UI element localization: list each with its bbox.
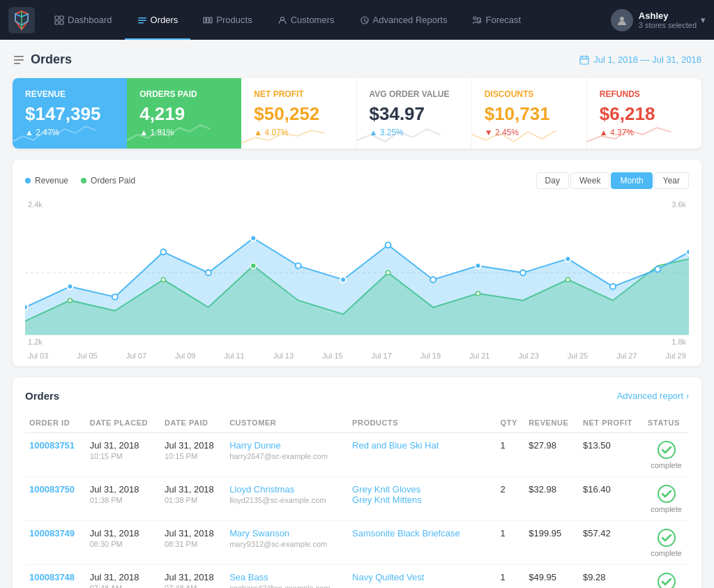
- customer-name-link[interactable]: Mary Swanson: [229, 528, 289, 538]
- svg-rect-8: [138, 17, 146, 19]
- cell-customer: Harry Dunneharry2647@sc-example.com: [225, 433, 348, 477]
- metric-avgorder-label: Avg Order Value: [370, 89, 459, 99]
- svg-point-15: [473, 17, 476, 20]
- status-badge: complete: [648, 484, 685, 513]
- chart-btn-week[interactable]: Week: [570, 172, 609, 189]
- order-id-link[interactable]: 100083751: [29, 440, 75, 451]
- chart-btn-month[interactable]: Month: [611, 172, 652, 189]
- svg-rect-19: [14, 59, 24, 61]
- table-row: 100083751 Jul 31, 201810:15 PM Jul 31, 2…: [25, 433, 689, 477]
- col-products: PRODUCTS: [348, 413, 496, 433]
- legend-orders-dot: [81, 178, 86, 183]
- chart-area: 2.4k 3.6k: [25, 200, 689, 354]
- legend-revenue-label: Revenue: [35, 176, 68, 186]
- discounts-sparkline: [472, 121, 556, 149]
- product-link[interactable]: Navy Quilted Vest: [352, 572, 492, 582]
- chart-btn-year[interactable]: Year: [654, 172, 689, 189]
- svg-rect-21: [580, 56, 588, 64]
- cell-customer: Sea Bassseabass42@sc-example.com: [225, 565, 348, 589]
- svg-rect-12: [207, 17, 209, 23]
- svg-point-48: [476, 292, 480, 296]
- nav-item-orders[interactable]: Orders: [125, 0, 191, 40]
- cell-revenue: $199.95: [524, 521, 579, 565]
- cell-customer: Lloyd Christmaslloyd2135@sc-example.com: [225, 477, 348, 521]
- status-badge: complete: [648, 572, 685, 588]
- page-title: Orders: [31, 52, 72, 67]
- col-date-paid: DATE PAID: [160, 413, 225, 433]
- svg-point-28: [25, 305, 28, 310]
- svg-rect-7: [60, 21, 63, 24]
- cell-net-profit: $13.50: [579, 433, 644, 477]
- product-link[interactable]: Grey Knit Mittens: [352, 495, 492, 505]
- product-link[interactable]: Red and Blue Ski Hat: [352, 440, 492, 451]
- cell-status: complete: [644, 477, 689, 521]
- nav-item-products[interactable]: Products: [190, 0, 264, 40]
- order-id-link[interactable]: 100083750: [29, 484, 75, 495]
- svg-point-49: [565, 278, 570, 282]
- metric-net-profit: Net Profit $50,252 4.07%: [241, 78, 356, 149]
- customer-name-link[interactable]: Lloyd Christmas: [229, 484, 294, 495]
- calendar-icon: [579, 55, 589, 65]
- order-id-link[interactable]: 100083749: [29, 528, 75, 538]
- order-id-link[interactable]: 100083748: [29, 572, 75, 582]
- metrics-row: Revenue $147,395 2.47% Orders Paid 4,219…: [13, 78, 701, 149]
- cell-date-placed: Jul 31, 201810:15 PM: [86, 433, 160, 477]
- svg-point-51: [658, 485, 675, 502]
- orders-table: ORDER ID DATE PLACED DATE PAID CUSTOMER …: [25, 413, 689, 588]
- customer-name-link[interactable]: Harry Dunne: [229, 440, 281, 451]
- nav-item-customers[interactable]: Customers: [265, 0, 347, 40]
- user-stores: 3 stores selected: [639, 21, 697, 29]
- metric-revenue-label: Revenue: [25, 89, 114, 99]
- cell-order-id: 100083751: [25, 433, 86, 477]
- status-badge: complete: [648, 528, 685, 557]
- cell-products: Grey Knit GlovesGrey Knit Mittens: [348, 477, 496, 521]
- col-order-id: ORDER ID: [25, 413, 86, 433]
- cell-date-paid: Jul 31, 201807:48 AM: [160, 565, 225, 589]
- chart-controls: Day Week Month Year: [536, 172, 689, 189]
- cell-order-id: 100083749: [25, 521, 86, 565]
- date-range[interactable]: Jul 1, 2018 — Jul 31, 2018: [579, 54, 701, 65]
- cell-products: Navy Quilted Vest: [348, 565, 496, 589]
- cell-qty: 1: [496, 433, 525, 477]
- legend-revenue-dot: [25, 178, 31, 183]
- x-axis-labels: Jul 03 Jul 05 Jul 07 Jul 09 Jul 11 Jul 1…: [25, 349, 689, 360]
- nav-item-forecast[interactable]: Forecast: [459, 0, 533, 40]
- svg-rect-10: [138, 22, 144, 24]
- yaxis-left-bottom: 1.2k: [28, 338, 43, 346]
- col-status: STATUS: [644, 413, 689, 433]
- svg-point-53: [658, 573, 675, 588]
- svg-rect-13: [210, 17, 212, 23]
- chart-btn-day[interactable]: Day: [536, 172, 569, 189]
- navbar: Dashboard Orders Products Customers Adva…: [0, 0, 714, 40]
- page-header: Orders Jul 1, 2018 — Jul 31, 2018: [13, 52, 701, 67]
- table-row: 100083750 Jul 31, 201801:38 PM Jul 31, 2…: [25, 477, 689, 521]
- product-link[interactable]: Samsonite Black Briefcase: [352, 528, 492, 538]
- cell-qty: 1: [496, 565, 525, 589]
- svg-point-44: [68, 299, 72, 303]
- cell-qty: 2: [496, 477, 525, 521]
- nav-item-dashboard[interactable]: Dashboard: [42, 0, 125, 40]
- cell-date-paid: Jul 31, 201808:31 PM: [160, 521, 225, 565]
- status-text: complete: [651, 505, 682, 513]
- orders-icon: [13, 54, 25, 66]
- svg-point-39: [520, 270, 526, 276]
- customer-name-link[interactable]: Sea Bass: [229, 572, 268, 582]
- refunds-sparkline: [587, 121, 671, 149]
- nav-item-advanced-reports[interactable]: Advanced Reports: [347, 0, 460, 40]
- cell-status: complete: [644, 521, 689, 565]
- svg-rect-5: [60, 16, 63, 20]
- cell-order-id: 100083748: [25, 565, 86, 589]
- advanced-report-link[interactable]: Advanced report: [617, 391, 689, 401]
- nav-user[interactable]: Ashley 3 stores selected ▾: [611, 9, 706, 31]
- cell-order-id: 100083750: [25, 477, 86, 521]
- svg-point-17: [620, 17, 624, 21]
- svg-rect-11: [204, 17, 206, 23]
- yaxis-right-top: 3.6k: [671, 200, 686, 209]
- chart-section: Revenue Orders Paid Day Week Month Year …: [13, 160, 701, 366]
- svg-point-36: [386, 242, 391, 248]
- product-link[interactable]: Grey Knit Gloves: [352, 484, 492, 495]
- cell-status: complete: [644, 433, 689, 477]
- status-text: complete: [651, 461, 682, 469]
- legend-revenue: Revenue: [25, 176, 68, 186]
- svg-point-35: [340, 277, 346, 282]
